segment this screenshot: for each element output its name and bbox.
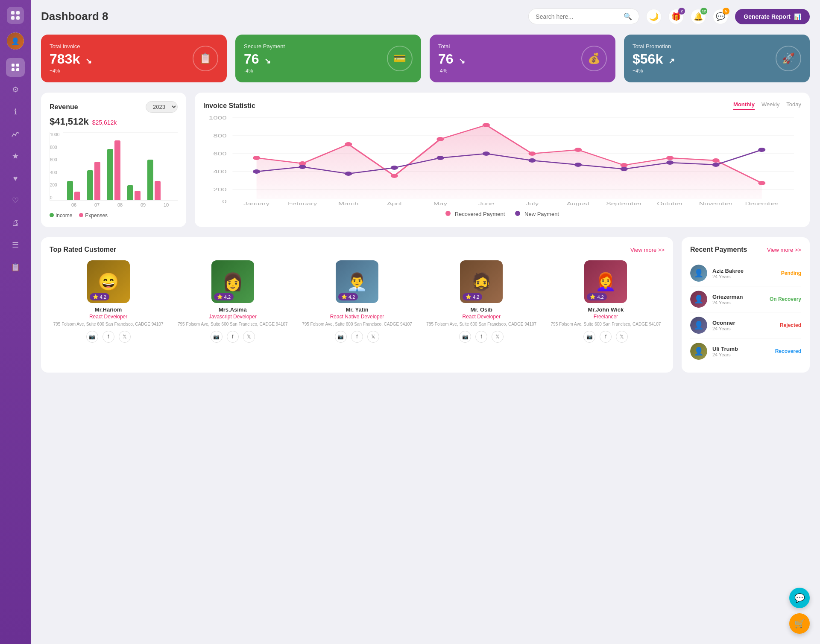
customer-name-3: Mr. Yatin (346, 306, 368, 313)
svg-text:January: January (243, 201, 269, 206)
svg-point-46 (345, 172, 352, 176)
facebook-icon-1[interactable]: f (102, 331, 114, 343)
customer-card-4: 🧔 ⭐ 4.2 Mr. Osib React Developer 795 Fol… (423, 260, 540, 343)
support-float-btn[interactable]: 💬 (789, 588, 810, 608)
sidebar-item-print[interactable]: 🖨 (6, 213, 25, 232)
stat-label-promotion: Total Promotion (633, 43, 675, 50)
sidebar-item-wishlist[interactable]: ♡ (6, 191, 25, 210)
stat-card-total: Total 76 ↘ -4% 💰 (430, 35, 615, 82)
payments-view-more[interactable]: View more >> (767, 247, 801, 253)
user-avatar[interactable]: 👤 (7, 32, 24, 50)
instagram-icon-2[interactable]: 📷 (211, 331, 223, 343)
revenue-main-value: $41,512k (50, 116, 89, 127)
new-payment-legend: New Payment (524, 211, 559, 217)
instagram-icon-3[interactable]: 📷 (335, 331, 347, 343)
svg-text:May: May (433, 201, 447, 206)
tab-weekly[interactable]: Weekly (761, 101, 779, 110)
svg-rect-0 (11, 11, 15, 15)
stat-change-promotion: +4% (633, 68, 675, 74)
svg-point-54 (712, 163, 720, 167)
float-buttons: 💬 🛒 (789, 588, 810, 634)
customer-role-3: React Native Developer (330, 314, 384, 320)
svg-rect-5 (16, 64, 19, 67)
svg-rect-4 (12, 64, 15, 67)
payment-name-1: Aziz Bakree (712, 268, 776, 274)
svg-text:March: March (338, 201, 358, 206)
gift-btn[interactable]: 🎁 2 (668, 9, 684, 24)
sidebar-item-menu[interactable]: ☰ (6, 236, 25, 254)
payment-item-4: 👤 Uli Trumb 24 Years Recovered (690, 338, 801, 364)
twitter-icon-5[interactable]: 𝕏 (616, 331, 628, 343)
svg-point-52 (621, 167, 628, 171)
bottom-row: Top Rated Customer View more >> 😄 ⭐ 4.2 … (41, 237, 810, 373)
sidebar-item-analytics[interactable] (6, 125, 25, 143)
stat-value-invoice: 783k ↘ (50, 51, 92, 67)
instagram-icon-1[interactable]: 📷 (86, 331, 98, 343)
search-input[interactable] (536, 13, 624, 20)
svg-text:June: June (478, 201, 494, 206)
stat-change-invoice: +4% (50, 68, 92, 74)
sidebar-item-settings[interactable]: ⚙ (6, 80, 25, 99)
stat-value-payment: 76 ↘ (244, 51, 285, 67)
svg-point-48 (436, 156, 444, 160)
customer-card-2: 👩 ⭐ 4.2 Mrs.Asima Javascript Developer 7… (174, 260, 291, 343)
stat-label-invoice: Total invoice (50, 43, 92, 50)
sidebar-item-dashboard[interactable] (6, 58, 25, 77)
payment-status-1: Pending (781, 270, 801, 276)
svg-point-35 (391, 174, 398, 178)
twitter-icon-4[interactable]: 𝕏 (492, 331, 504, 343)
svg-point-47 (391, 166, 398, 170)
payment-age-3: 24 Years (712, 326, 775, 331)
facebook-icon-3[interactable]: f (351, 331, 363, 343)
chat-btn[interactable]: 💬 5 (713, 9, 728, 24)
sidebar-item-favorites[interactable]: ★ (6, 147, 25, 166)
payment-item-3: 👤 Oconner 24 Years Rejected (690, 312, 801, 338)
sidebar-item-likes[interactable]: ♥ (6, 169, 25, 188)
facebook-icon-4[interactable]: f (475, 331, 487, 343)
charts-row: Revenue 202320222021 $41,512k $25,612k 1… (41, 93, 810, 227)
twitter-icon-1[interactable]: 𝕏 (119, 331, 131, 343)
customers-view-more[interactable]: View more >> (630, 247, 665, 253)
facebook-icon-2[interactable]: f (227, 331, 239, 343)
payment-age-4: 24 Years (712, 352, 770, 357)
svg-text:0: 0 (222, 199, 226, 204)
tab-monthly[interactable]: Monthly (733, 101, 755, 110)
customer-card-1: 😄 ⭐ 4.2 Mr.Hariom React Developer 795 Fo… (50, 260, 167, 343)
customer-address-2: 795 Folsom Ave, Suite 600 San Francisco,… (178, 321, 288, 327)
stat-card-invoice: Total invoice 783k ↘ +4% 📋 (41, 35, 227, 82)
instagram-icon-4[interactable]: 📷 (459, 331, 471, 343)
customer-name-2: Mrs.Asima (219, 306, 247, 313)
twitter-icon-2[interactable]: 𝕏 (243, 331, 255, 343)
customers-title: Top Rated Customer (50, 246, 116, 254)
customers-card: Top Rated Customer View more >> 😄 ⭐ 4.2 … (41, 237, 673, 373)
cart-float-btn[interactable]: 🛒 (789, 613, 810, 634)
stat-card-payment: Secure Payment 76 ↘ -4% 💳 (235, 35, 421, 82)
payments-card: Recent Payments View more >> 👤 Aziz Bakr… (682, 237, 810, 373)
customer-card-5: 👩‍🦰 ⭐ 4.2 Mr.John Wick Freelancer 795 Fo… (547, 260, 665, 343)
customer-name-1: Mr.Hariom (95, 306, 122, 313)
dark-mode-toggle[interactable]: 🌙 (646, 9, 662, 24)
facebook-icon-5[interactable]: f (600, 331, 612, 343)
customer-address-4: 795 Folsom Ave, Suite 600 San Francisco,… (426, 321, 536, 327)
twitter-icon-3[interactable]: 𝕏 (367, 331, 379, 343)
tab-today[interactable]: Today (786, 101, 801, 110)
stat-change-payment: -4% (244, 68, 285, 74)
instagram-icon-5[interactable]: 📷 (583, 331, 595, 343)
year-select[interactable]: 202320222021 (146, 101, 178, 113)
stats-row: Total invoice 783k ↘ +4% 📋 Secure Paymen… (41, 35, 810, 82)
svg-text:April: April (387, 201, 401, 206)
bell-btn[interactable]: 🔔 12 (691, 9, 706, 24)
generate-report-button[interactable]: Generate Report 📊 (735, 9, 810, 24)
svg-point-39 (574, 148, 582, 152)
svg-marker-31 (257, 125, 762, 199)
stat-label-payment: Secure Payment (244, 43, 285, 50)
svg-text:December: December (745, 201, 779, 206)
sidebar-item-info[interactable]: ℹ (6, 102, 25, 121)
svg-point-53 (666, 160, 674, 165)
invoice-chart-card: Invoice Statistic Monthly Weekly Today 1… (195, 93, 810, 227)
payment-age-2: 24 Years (712, 300, 764, 305)
svg-text:1000: 1000 (209, 115, 227, 120)
svg-point-32 (253, 156, 260, 160)
sidebar-logo[interactable] (7, 7, 24, 24)
sidebar-item-reports[interactable]: 📋 (6, 258, 25, 277)
